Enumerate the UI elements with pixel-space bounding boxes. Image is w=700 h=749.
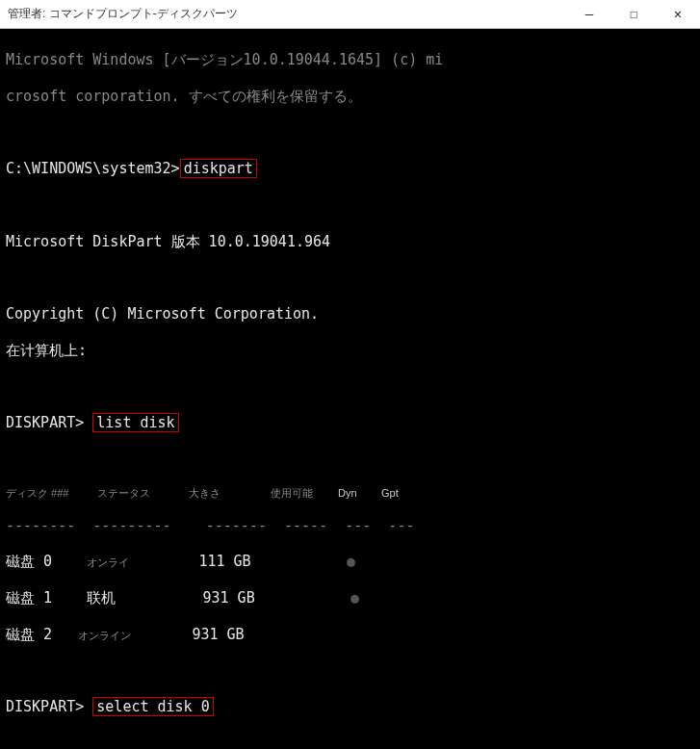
table-row: 磁盘 1 联机 931 GB ● [6, 589, 694, 607]
cmd-select-disk: select disk 0 [92, 697, 213, 716]
prompt-select-disk: DISKPART> select disk 0 [6, 698, 694, 716]
window-title: 管理者: コマンドプロンプト-ディスクパーツ [8, 6, 238, 22]
window-titlebar: 管理者: コマンドプロンプト-ディスクパーツ ― ☐ ✕ [0, 0, 700, 29]
cmd-diskpart: diskpart [180, 159, 257, 178]
maximize-button[interactable]: ☐ [611, 0, 656, 29]
windows-version-line: Microsoft Windows [バージョン10.0.19044.1645]… [6, 51, 694, 69]
prompt-diskpart: C:\WINDOWS\system32>diskpart [6, 160, 694, 178]
prompt-list-disk: DISKPART> list disk [6, 414, 694, 432]
table-row: 磁盘 2 オンライン 931 GB [6, 626, 694, 644]
table-row: 磁盘 0 オンライ 111 GB ● [6, 553, 694, 571]
cmd-list-disk: list disk [92, 413, 178, 432]
diskpart-version: Microsoft DiskPart 版本 10.0.19041.964 [6, 233, 694, 251]
disk-table-header: ディスク ### ステータス 大きさ 使用可能 Dyn Gpt [6, 487, 694, 499]
windows-copyright-line: crosoft corporation. すべての権利を保留する。 [6, 88, 694, 106]
close-button[interactable]: ✕ [656, 0, 700, 29]
diskpart-copyright: Copyright (C) Microsoft Corporation. [6, 305, 694, 323]
terminal-output[interactable]: Microsoft Windows [バージョン10.0.19044.1645]… [0, 29, 700, 749]
on-computer-line: 在计算机上: [6, 342, 694, 360]
minimize-button[interactable]: ― [567, 0, 611, 29]
window-controls: ― ☐ ✕ [567, 0, 700, 29]
